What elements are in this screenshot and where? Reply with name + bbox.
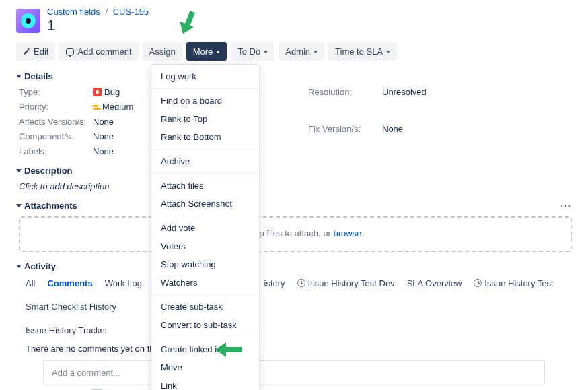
toolbar: Edit Add comment Assign More To Do Admin… xyxy=(16,42,572,61)
clock-icon xyxy=(297,279,305,287)
no-comments-text: There are no comments yet on this issue. xyxy=(26,344,572,354)
menu-voters[interactable]: Voters xyxy=(151,237,259,255)
tab-sla-overview[interactable]: SLA Overview xyxy=(407,278,462,290)
section-description-title: Description xyxy=(24,166,73,176)
annotation-arrow-more xyxy=(180,11,195,36)
admin-label: Admin xyxy=(285,46,310,57)
menu-rank-to-top[interactable]: Rank to Top xyxy=(151,110,259,128)
assign-button[interactable]: Assign xyxy=(143,42,182,61)
menu-archive[interactable]: Archive xyxy=(151,152,259,170)
annotation-arrow-delete xyxy=(215,342,242,357)
menu-create-subtask[interactable]: Create sub-task xyxy=(151,298,259,316)
pencil-icon xyxy=(23,48,30,55)
tab-issue-history-tracker[interactable]: Issue History Tracker xyxy=(26,325,572,337)
section-details-title: Details xyxy=(24,71,53,82)
section-attachments-header[interactable]: Attachments ··· xyxy=(16,201,572,211)
dropzone-period: . xyxy=(361,228,364,238)
menu-rank-to-bottom[interactable]: Rank to Bottom xyxy=(151,128,259,146)
time-to-sla-button[interactable]: Time to SLA xyxy=(328,42,397,61)
menu-convert-subtask[interactable]: Convert to sub-task xyxy=(151,316,259,334)
chevron-up-icon xyxy=(216,51,220,53)
edit-label: Edit xyxy=(34,46,48,57)
chevron-down-icon xyxy=(16,169,22,172)
field-fixversion-label: Fix Version/s: xyxy=(308,124,382,156)
edit-button[interactable]: Edit xyxy=(16,42,55,61)
comment-input[interactable]: Add a comment... xyxy=(43,360,545,385)
tab-all[interactable]: All xyxy=(26,278,35,290)
tab-issue-history-test[interactable]: Issue History Test xyxy=(474,278,553,290)
menu-log-work[interactable]: Log work xyxy=(151,67,259,86)
attachments-more-icon[interactable]: ··· xyxy=(560,201,572,211)
more-dropdown: Log work Find on a board Rank to Top Ran… xyxy=(151,64,260,390)
add-comment-label: Add comment xyxy=(77,46,131,57)
section-activity-header[interactable]: Activity xyxy=(16,261,572,271)
more-button[interactable]: More xyxy=(186,42,227,61)
activity-tabs: All Comments Work Log History istory Iss… xyxy=(26,278,572,337)
menu-add-vote[interactable]: Add vote xyxy=(151,219,259,237)
comment-icon xyxy=(66,48,74,55)
sla-label: Time to SLA xyxy=(335,46,383,57)
issue-summary: 1 xyxy=(47,17,149,34)
tab-worklog[interactable]: Work Log xyxy=(105,278,142,290)
tab-comments[interactable]: Comments xyxy=(47,278,92,290)
more-label: More xyxy=(193,46,213,57)
chevron-down-icon xyxy=(16,265,22,268)
chevron-down-icon xyxy=(16,75,22,78)
menu-create-linked-issue[interactable]: Create linked issue xyxy=(151,340,259,358)
attachments-dropzone[interactable]: Drop files to attach, or browse. xyxy=(19,216,572,252)
field-fixversion-value: None xyxy=(382,124,463,156)
chevron-down-icon xyxy=(314,51,318,53)
status-button[interactable]: To Do xyxy=(231,42,274,61)
menu-attach-files[interactable]: Attach files xyxy=(151,176,259,195)
section-attachments-title: Attachments xyxy=(24,201,77,211)
section-details-header[interactable]: Details xyxy=(16,71,572,82)
field-resolution-value: Unresolved xyxy=(382,87,463,119)
section-description-header[interactable]: Description xyxy=(16,166,572,176)
breadcrumb-issue-link[interactable]: CUS-155 xyxy=(113,7,149,17)
chevron-down-icon xyxy=(386,51,390,53)
field-resolution-label: Resolution: xyxy=(308,87,382,119)
browse-link[interactable]: browse xyxy=(333,228,361,238)
section-activity-title: Activity xyxy=(24,261,56,271)
chevron-down-icon xyxy=(16,204,22,207)
description-placeholder[interactable]: Click to add description xyxy=(19,181,572,191)
tab-activity-partial[interactable]: istory xyxy=(264,278,285,290)
bug-icon xyxy=(93,88,102,96)
field-priority-label: Priority: xyxy=(19,102,93,112)
menu-stop-watching[interactable]: Stop watching xyxy=(151,255,259,273)
project-avatar[interactable] xyxy=(16,9,40,33)
breadcrumb-project-link[interactable]: Custom fields xyxy=(47,7,100,17)
menu-watchers[interactable]: Watchers xyxy=(151,273,259,292)
breadcrumb: Custom fields / CUS-155 xyxy=(47,7,149,17)
menu-move[interactable]: Move xyxy=(151,358,259,377)
status-label: To Do xyxy=(237,46,260,57)
tab-issue-history-dev[interactable]: Issue History Test Dev xyxy=(297,278,395,290)
breadcrumb-separator: / xyxy=(105,7,108,17)
field-affects-label: Affects Version/s: xyxy=(19,117,93,127)
field-labels-label: Labels: xyxy=(19,146,93,156)
menu-link[interactable]: Link xyxy=(151,377,259,390)
chevron-down-icon xyxy=(264,51,268,53)
tab-smart-checklist[interactable]: Smart Checklist History xyxy=(26,302,116,313)
admin-button[interactable]: Admin xyxy=(279,42,324,61)
menu-find-on-board[interactable]: Find on a board xyxy=(151,92,259,110)
add-comment-button[interactable]: Add comment xyxy=(59,42,138,61)
priority-medium-icon xyxy=(93,108,101,110)
menu-attach-screenshot[interactable]: Attach Screenshot xyxy=(151,195,259,213)
field-type-label: Type: xyxy=(19,87,93,97)
field-components-label: Component/s: xyxy=(19,131,93,141)
clock-icon xyxy=(474,279,482,287)
